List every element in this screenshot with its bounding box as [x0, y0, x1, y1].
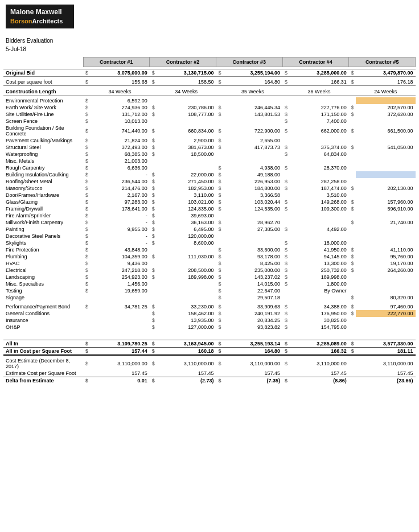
all-in-row: All In $3,109,780.25 $3,163,945.00 $3,25…	[3, 340, 416, 347]
orig-bid-c3: 3,255,194.00	[223, 69, 283, 76]
misc-metals-row: Misc. Metals $21,003.00	[3, 158, 416, 164]
struct-steel-label: Structural Steel	[3, 144, 83, 151]
estimate-cpf-row: Estimate Cost per Square Foot 157.45 157…	[3, 370, 416, 377]
cl-c2: 34 Weeks	[157, 88, 216, 96]
decorative-label: Decorative Steel Panels	[3, 233, 83, 240]
ohp-row: OH&P $127,000.00 $93,823.82 $154,795.00	[3, 324, 416, 331]
cpf-dollar2: $	[150, 79, 157, 86]
logo-architects: Architects	[32, 18, 63, 24]
construction-length-label: Construction Length	[3, 88, 83, 96]
bldg-insul-label: Building Insulation/Caulking	[3, 171, 83, 178]
plumbing-row: Plumbing $104,359.00 $111,030.00 $93,178…	[3, 253, 416, 260]
bldg-found-label: Building Foundation / Site Concrete	[3, 125, 83, 137]
glass-label: Glass/Glazing	[3, 199, 83, 205]
painting-row: Painting $9,955.00 $6,495.00 $27,385.00 …	[3, 226, 416, 233]
contractor3-header: Contractor #3	[216, 57, 282, 67]
site-util-label: Site Utilities/Fire Line	[3, 111, 83, 118]
millwork-label: Millwork/Finish Carpentry	[3, 219, 83, 226]
orig-bid-c5: 3,479,870.00	[356, 69, 416, 76]
pavement-label: Pavement Caulking/Markings	[3, 137, 83, 144]
screen-fence-label: Screen Fence	[3, 118, 83, 125]
framing-drywall-row: Framing/Drywall $178,641.00 $124,835.00 …	[3, 205, 416, 212]
orig-bid-dollar5: $	[349, 69, 356, 76]
painting-label: Painting	[3, 226, 83, 233]
label-col-header	[3, 57, 83, 67]
original-bid-row: Original Bid $ 3,075,000.00 $ 3,130,715.…	[3, 69, 416, 76]
site-utilities-row: Site Utilities/Fire Line $131,712.00 $10…	[3, 111, 416, 118]
door-frames-label: Door/Frames/Hardware	[3, 192, 83, 199]
header: Malone Maxwell BorsonArchitects	[0, 0, 419, 33]
testing-label: Testing	[3, 287, 83, 294]
cpf-dollar1: $	[83, 79, 90, 86]
hvac-row: HVAC $9,436.00 $8,425.00 $13,300.00 $19,…	[3, 260, 416, 267]
orig-bid-dollar1: $	[83, 69, 90, 76]
orig-bid-dollar2: $	[150, 69, 157, 76]
bond-label: Performance/Payment Bond	[3, 303, 83, 310]
doc-title: Bidders Evaluation	[6, 36, 413, 45]
cpf-c1: 155.68	[90, 79, 150, 86]
page-container: Malone Maxwell BorsonArchitects Bidders …	[0, 0, 419, 384]
general-conditions-row: General Conditions $158,462.00 $240,191.…	[3, 310, 416, 317]
orig-bid-label: Original Bid	[3, 69, 83, 76]
misc-metals-label: Misc. Metals	[3, 158, 83, 164]
doc-date: 5-Jul-18	[6, 45, 413, 53]
cpf-c2: 158.50	[157, 79, 216, 86]
door-frames-row: Door/Frames/Hardware $2,167.00 $3,110.00…	[3, 192, 416, 199]
fire-alarm-label: Fire Alarm/Sprinkler	[3, 212, 83, 219]
cl-c3: 35 Weeks	[223, 88, 283, 96]
building-insulation-row: Building Insulation/Caulking $- $22,000.…	[3, 171, 416, 178]
screen-fence-row: Screen Fence $10,013.00 $7,400.00	[3, 118, 416, 125]
all-in-cost-label: All in Cost per Square Foot	[3, 347, 83, 355]
logo-borson: Borson	[10, 18, 32, 24]
orig-bid-dollar3: $	[216, 69, 223, 76]
masonry-label: Masonry/Stucco	[3, 185, 83, 192]
masonry-row: Masonry/Stucco $214,476.00 $182,953.00 $…	[3, 185, 416, 192]
logo-line1: Malone Maxwell	[10, 8, 69, 17]
fire-prot-label: Fire Protection	[3, 246, 83, 253]
logo: Malone Maxwell BorsonArchitects	[6, 5, 74, 28]
contractor4-header: Contractor #4	[282, 57, 349, 67]
earthwork-label: Earth Work/ Site Work	[3, 104, 83, 111]
all-in-label: All In	[3, 340, 83, 347]
misc-spec-label: Misc. Specialties	[3, 281, 83, 287]
framing-label: Framing/Drywall	[3, 205, 83, 212]
hvac-label: HVAC	[3, 260, 83, 267]
bond-row: Performance/Payment Bond $34,781.25 $33,…	[3, 303, 416, 310]
cost-est-label: Cost Estimate (December 8, 2017)	[3, 357, 83, 370]
pavement-row: Pavement Caulking/Markings $21,824.00 $2…	[3, 137, 416, 144]
structural-steel-row: Structural Steel $372,493.00 $381,673.00…	[3, 144, 416, 151]
delta-row: Delta from Estimate $0.01 $(2.73) $(7.35…	[3, 377, 416, 384]
env-protection-row: Environmental Protection $6,592.00	[3, 97, 416, 104]
roofing-row: Roofing/Sheet Metal $236,544.00 $271,450…	[3, 178, 416, 185]
fire-protection-row: Fire Protection $43,848.00 $33,600.00 $4…	[3, 246, 416, 253]
fire-alarm-row: Fire Alarm/Sprinkler $- $39,693.00	[3, 212, 416, 219]
bidders-table: Contractor #1 Contractor #2 Contractor #…	[3, 57, 416, 384]
signage-row: Signage $29,507.18 $80,320.00	[3, 294, 416, 301]
cl-c5: 24 Weeks	[356, 88, 416, 96]
delta-label: Delta from Estimate	[3, 377, 83, 384]
electrical-label: Electrical	[3, 267, 83, 274]
orig-bid-c4: 3,285,000.00	[289, 69, 349, 76]
contractor-header-row: Contractor #1 Contractor #2 Contractor #…	[3, 57, 416, 67]
building-foundation-row: Building Foundation / Site Concrete $741…	[3, 125, 416, 137]
env-label: Environmental Protection	[3, 97, 83, 104]
waterproofing-row: Waterproofing $68,385.00 $18,500.00 $64,…	[3, 151, 416, 158]
cpf-c3: 164.80	[223, 79, 283, 86]
cpf-c5: 176.18	[356, 79, 416, 86]
cl-c4: 36 Weeks	[289, 88, 349, 96]
landscaping-row: Landscaping $254,923.00 $189,998.00 $143…	[3, 274, 416, 281]
millwork-row: Millwork/Finish Carpentry $- $36,163.00 …	[3, 219, 416, 226]
testing-row: Testing $19,659.00 $22,647.00 By Owner	[3, 287, 416, 294]
rough-carp-label: Rough Carpentry	[3, 164, 83, 171]
cpf-dollar3: $	[216, 79, 223, 86]
meta-section: Bidders Evaluation 5-Jul-18	[0, 33, 419, 57]
orig-bid-c1: 3,075,000.00	[90, 69, 150, 76]
cpf-c4: 166.31	[289, 79, 349, 86]
cl-c1: 34 Weeks	[90, 88, 150, 96]
gen-cond-label: General Conditions	[3, 310, 83, 317]
ohp-label: OH&P	[3, 324, 83, 331]
waterproof-label: Waterproofing	[3, 151, 83, 158]
glass-glazing-row: Glass/Glazing $97,283.00 $103,021.00 $10…	[3, 199, 416, 205]
contractor2-header: Contractor #2	[150, 57, 216, 67]
plumbing-label: Plumbing	[3, 253, 83, 260]
